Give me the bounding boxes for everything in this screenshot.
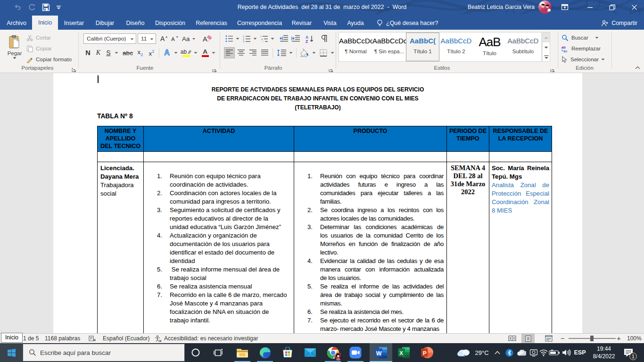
- sort-button[interactable]: AZ: [304, 33, 316, 44]
- bluetooth-icon[interactable]: [504, 343, 514, 362]
- multilevel-dropdown[interactable]: [269, 33, 275, 44]
- excel-button[interactable]: X: [393, 343, 415, 362]
- text-effects-dropdown[interactable]: [173, 47, 179, 58]
- account-user-name[interactable]: Beatriz Leticia Garcia Vera: [468, 0, 535, 14]
- bullets-dropdown[interactable]: [234, 33, 240, 44]
- style-item-título[interactable]: AaBTítulo: [473, 33, 506, 61]
- avatar[interactable]: [538, 0, 552, 14]
- style-item-sin-espa[interactable]: AaBbCcDc¶ Sin espa...: [372, 33, 406, 61]
- action-center-button[interactable]: 1: [619, 343, 638, 362]
- clipboard-dialog-launcher[interactable]: [72, 66, 77, 72]
- word-count[interactable]: 1168 palabras: [45, 334, 80, 343]
- italic-button[interactable]: K: [93, 47, 103, 58]
- zoom-level[interactable]: 100%: [627, 334, 642, 343]
- volume-icon[interactable]: [560, 343, 572, 362]
- tab-inicio[interactable]: Inicio: [32, 16, 58, 30]
- tab-ayuda[interactable]: Ayuda: [345, 16, 366, 30]
- style-item-normal[interactable]: AaBbCcDc¶ Normal: [339, 33, 372, 61]
- cell-tecnico[interactable]: Licenciada.Dayana Mera Trabajadorasocial: [98, 162, 144, 334]
- font-name-combo[interactable]: Calibri (Cuerpo): [83, 33, 136, 44]
- read-mode-button[interactable]: [505, 334, 519, 343]
- edge-button[interactable]: [254, 343, 276, 362]
- zoom-app-button[interactable]: [344, 343, 367, 362]
- print-layout-button[interactable]: [521, 334, 535, 343]
- style-item-subtítulo[interactable]: AaBbCcDSubtítulo: [506, 33, 540, 61]
- accessibility-status[interactable]: Accesibilidad: es necesario investigar: [164, 334, 258, 343]
- replace-button[interactable]: abac Reemplazar: [561, 44, 609, 53]
- start-button[interactable]: [0, 343, 23, 362]
- restore-button[interactable]: [602, 0, 622, 14]
- line-spacing-dropdown[interactable]: [288, 47, 294, 58]
- show-paragraph-marks-button[interactable]: [319, 33, 330, 44]
- styles-gallery-more[interactable]: [543, 52, 550, 62]
- increase-indent-button[interactable]: [290, 33, 301, 44]
- highlight-button[interactable]: ab: [180, 47, 192, 58]
- store-button[interactable]: [276, 343, 299, 362]
- taskbar-search-box[interactable]: Escribe aquí para buscar: [23, 344, 185, 362]
- ribbon-display-options-button[interactable]: [555, 0, 575, 14]
- chrome-button[interactable]: [322, 343, 344, 362]
- zoom-slider-thumb[interactable]: [590, 336, 594, 341]
- mail-button[interactable]: [299, 343, 322, 362]
- copy-button[interactable]: Copiar: [26, 44, 75, 53]
- select-button[interactable]: Seleccionar: [561, 55, 611, 64]
- word-button[interactable]: W: [370, 343, 392, 362]
- line-spacing-button[interactable]: [275, 47, 288, 58]
- underline-button[interactable]: S: [104, 47, 113, 58]
- change-case-button[interactable]: Aa: [182, 33, 197, 44]
- web-layout-button[interactable]: [542, 334, 555, 343]
- decrease-indent-button[interactable]: [278, 33, 289, 44]
- cell-actividad[interactable]: 1.Reunión con equipo técnico paracoordin…: [144, 162, 294, 334]
- minimize-button[interactable]: [580, 0, 600, 14]
- cell-responsable[interactable]: Soc. María ReinelaTepú. Mgs Analista Zon…: [489, 162, 552, 334]
- borders-button[interactable]: [318, 47, 329, 58]
- numbering-button[interactable]: 123: [241, 33, 252, 44]
- weather-temperature[interactable]: 29°C: [473, 343, 491, 362]
- align-right-button[interactable]: [248, 47, 258, 58]
- numbering-dropdown[interactable]: [252, 33, 258, 44]
- tab-correspondencia[interactable]: Correspondencia: [236, 16, 283, 30]
- cut-button[interactable]: Cortar: [26, 33, 75, 42]
- language-indicator[interactable]: Español (Ecuador): [103, 334, 149, 343]
- clear-formatting-button[interactable]: A: [202, 33, 215, 44]
- document-page[interactable]: REPORTE DE ACTVIDADES SEMANALES PARA LOS…: [53, 73, 582, 333]
- font-dialog-launcher[interactable]: [212, 66, 218, 72]
- subscript-button[interactable]: x2: [135, 47, 146, 58]
- zoom-in-button[interactable]: +: [617, 334, 621, 343]
- styles-scroll-up[interactable]: [543, 33, 550, 42]
- collapse-ribbon-button[interactable]: [633, 64, 642, 71]
- tab-revisar[interactable]: Revisar: [290, 16, 314, 30]
- shading-button[interactable]: [298, 47, 311, 58]
- tab-disposicion[interactable]: Disposición: [152, 16, 188, 30]
- multilevel-list-button[interactable]: 1ai: [259, 33, 269, 44]
- borders-dropdown[interactable]: [329, 47, 335, 58]
- taskbar-clock[interactable]: 19:44 8/4/2022: [592, 343, 616, 362]
- style-item-título-1[interactable]: AaBbC(Título 1: [406, 33, 439, 61]
- weather-icon[interactable]: [455, 343, 472, 362]
- tab-referencias[interactable]: Referencias: [194, 16, 229, 30]
- tray-expand-chevron[interactable]: [492, 343, 503, 362]
- shrink-font-button[interactable]: A: [169, 33, 180, 44]
- font-color-button[interactable]: A: [200, 47, 210, 58]
- strikethrough-button[interactable]: abc: [121, 47, 134, 58]
- shading-dropdown[interactable]: [311, 47, 317, 58]
- grow-font-button[interactable]: A: [158, 33, 169, 44]
- styles-dialog-launcher[interactable]: [550, 66, 556, 72]
- tab-dibujar[interactable]: Dibujar: [92, 16, 117, 30]
- page-indicator[interactable]: 1 de 5: [23, 334, 39, 343]
- zoom-out-button[interactable]: −: [561, 334, 565, 343]
- font-size-combo[interactable]: 11: [138, 33, 156, 44]
- tab-archivo[interactable]: Archivo: [4, 16, 29, 30]
- align-center-button[interactable]: [236, 47, 247, 58]
- style-item-título-2[interactable]: AaBbCcDTítulo 2: [439, 33, 473, 61]
- highlight-dropdown[interactable]: [192, 47, 198, 58]
- format-painter-button[interactable]: Copiar formato: [26, 55, 78, 64]
- tab-diseno[interactable]: Diseño: [124, 16, 147, 30]
- styles-scroll-down[interactable]: [543, 42, 550, 52]
- text-effects-button[interactable]: A: [161, 47, 173, 58]
- paste-button[interactable]: Pegar: [4, 32, 25, 62]
- tab-vista[interactable]: Vista: [321, 16, 339, 30]
- file-explorer-button[interactable]: [231, 343, 254, 362]
- bold-button[interactable]: N: [83, 47, 93, 58]
- keyboard-language[interactable]: ESP: [572, 343, 588, 362]
